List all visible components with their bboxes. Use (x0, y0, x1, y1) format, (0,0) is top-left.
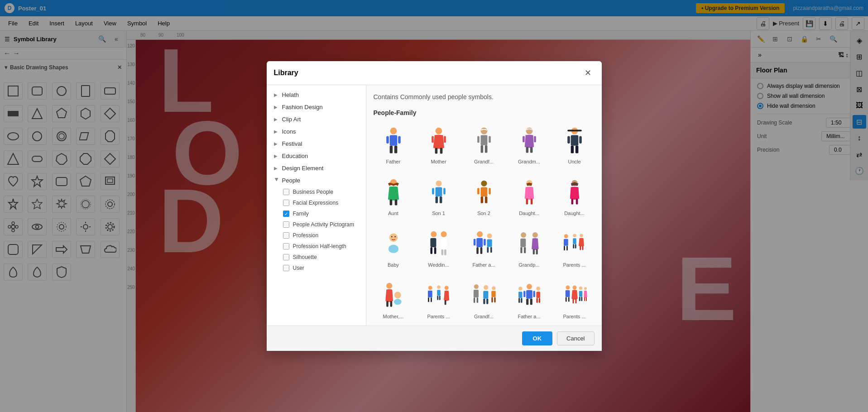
symbol-baby[interactable]: Baby (374, 225, 413, 271)
svg-point-189 (584, 287, 587, 290)
svg-rect-118 (490, 247, 492, 253)
svg-point-137 (386, 283, 392, 288)
svg-rect-105 (434, 247, 436, 254)
svg-rect-95 (571, 198, 573, 204)
svg-rect-112 (480, 247, 482, 254)
svg-rect-133 (575, 244, 576, 249)
svg-rect-136 (582, 245, 583, 250)
checkbox-facial[interactable] (283, 200, 289, 206)
tree-child-activity[interactable]: People Activity Pictogram (276, 219, 366, 230)
symbol-grandmother[interactable]: Grandm... (509, 122, 549, 168)
symbol-father-child[interactable]: Father a... (464, 225, 504, 271)
modal-cancel-button[interactable]: Cancel (557, 331, 594, 345)
symbol-label-grandmother: Grandm... (518, 159, 540, 164)
svg-rect-54 (435, 148, 437, 153)
svg-rect-179 (565, 290, 570, 297)
tree-child-silhouette[interactable]: Silhouette (276, 252, 366, 263)
tree-label-fashion: Fashion Design (282, 104, 323, 110)
svg-rect-143 (428, 290, 432, 297)
symbol-figure-son1 (425, 177, 452, 209)
svg-rect-166 (526, 298, 528, 305)
symbol-figure-father (380, 125, 407, 157)
svg-rect-163 (494, 297, 495, 302)
tree-child-family[interactable]: ✓ Family (276, 208, 366, 219)
modal-close-button[interactable]: ✕ (582, 67, 595, 79)
svg-rect-80 (435, 187, 442, 196)
symbol-label-father: Father (386, 159, 401, 164)
svg-rect-103 (430, 238, 436, 247)
svg-rect-111 (476, 247, 479, 254)
tree-arrow-design: ▶ (274, 166, 279, 171)
checkbox-profession[interactable] (283, 232, 289, 239)
svg-point-79 (436, 180, 441, 186)
tree-label-education: Education (282, 153, 308, 159)
tree-children-people: Business People Facial Expressions ✓ Fam… (267, 187, 366, 273)
symbol-mother[interactable]: Mother (419, 122, 459, 168)
checkbox-family[interactable]: ✓ (283, 211, 289, 217)
symbol-wedding[interactable]: Weddin... (419, 225, 459, 271)
modal-overlay[interactable]: Library ✕ ▶ Helath ▶ Fashion Design ▶ Cl… (0, 0, 868, 412)
symbol-son2[interactable]: Son 2 (464, 173, 504, 220)
modal-ok-button[interactable]: OK (522, 331, 553, 345)
tree-item-icons[interactable]: ▶ Icons (267, 125, 366, 138)
svg-rect-183 (572, 298, 574, 303)
tree-child-label-facial: Facial Expressions (293, 200, 339, 206)
symbol-aunt[interactable]: Aunt (374, 173, 413, 220)
symbol-figure-parents-kids (561, 229, 588, 260)
symbol-parents-group[interactable]: Parents ... (419, 277, 459, 323)
tree-item-design[interactable]: ▶ Design Element (267, 162, 366, 174)
tree-label-people: People (282, 177, 300, 184)
symbol-grandfather-family[interactable]: Grandf... (464, 277, 504, 323)
tree-item-education[interactable]: ▶ Education (267, 150, 366, 162)
tree-item-health[interactable]: ▶ Helath (267, 89, 366, 101)
svg-rect-181 (568, 297, 569, 302)
svg-point-156 (484, 285, 488, 289)
svg-point-58 (480, 127, 487, 134)
checkbox-profession-half[interactable] (283, 243, 289, 249)
svg-rect-168 (523, 291, 525, 297)
symbol-uncle[interactable]: Uncle (555, 122, 595, 168)
svg-rect-114 (484, 239, 486, 245)
svg-point-126 (564, 234, 568, 238)
symbol-figure-grandfather (470, 125, 498, 157)
tree-item-clipart[interactable]: ▶ Clip Art (267, 113, 366, 125)
symbol-son1[interactable]: Son 1 (419, 173, 459, 220)
svg-rect-180 (565, 297, 566, 302)
symbol-daughter2[interactable]: Daught... (555, 173, 595, 220)
tree-child-profession-half[interactable]: Profession Half-length (276, 241, 366, 252)
symbol-father[interactable]: Father (374, 122, 413, 168)
svg-rect-155 (476, 297, 478, 303)
modal-body: ▶ Helath ▶ Fashion Design ▶ Clip Art ▶ I… (267, 85, 602, 326)
tree-item-people[interactable]: ▶ People (267, 174, 366, 187)
checkbox-business[interactable] (283, 189, 289, 195)
svg-point-185 (579, 286, 582, 290)
svg-rect-113 (473, 239, 475, 245)
tree-arrow-icons: ▶ (274, 129, 279, 134)
tree-item-fashion[interactable]: ▶ Fashion Design (267, 101, 366, 113)
symbol-parents-kids[interactable]: Parents ... (555, 225, 595, 271)
symbol-mother-baby[interactable]: Mother,... (374, 277, 413, 323)
symbol-family-group[interactable]: Parents ... (555, 277, 595, 323)
symbol-daughter1[interactable]: Daught... (509, 173, 549, 220)
tree-child-user[interactable]: User (276, 263, 366, 273)
symbol-grandfather[interactable]: Grandf... (464, 122, 504, 168)
symbol-figure-parents-group (425, 280, 452, 312)
tree-child-business[interactable]: Business People (276, 187, 366, 197)
tree-child-label-family: Family (293, 211, 309, 217)
svg-rect-74 (567, 136, 570, 144)
tree-child-profession[interactable]: Profession (276, 230, 366, 241)
svg-rect-59 (480, 135, 487, 145)
tree-item-festival[interactable]: ▶ Festival (267, 138, 366, 150)
svg-rect-120 (520, 238, 526, 247)
svg-rect-124 (532, 249, 534, 254)
checkbox-user[interactable] (283, 265, 289, 271)
svg-rect-81 (435, 196, 438, 203)
tree-child-facial[interactable]: Facial Expressions (276, 197, 366, 208)
symbol-grandparents[interactable]: Grandp... (509, 225, 549, 271)
checkbox-silhouette[interactable] (283, 254, 289, 260)
svg-rect-86 (480, 187, 487, 196)
symbol-label-mother-baby: Mother,... (383, 314, 404, 319)
symbol-father-kids[interactable]: Father a... (509, 277, 549, 323)
modal-title: Library (274, 69, 298, 77)
checkbox-activity[interactable] (283, 221, 289, 228)
